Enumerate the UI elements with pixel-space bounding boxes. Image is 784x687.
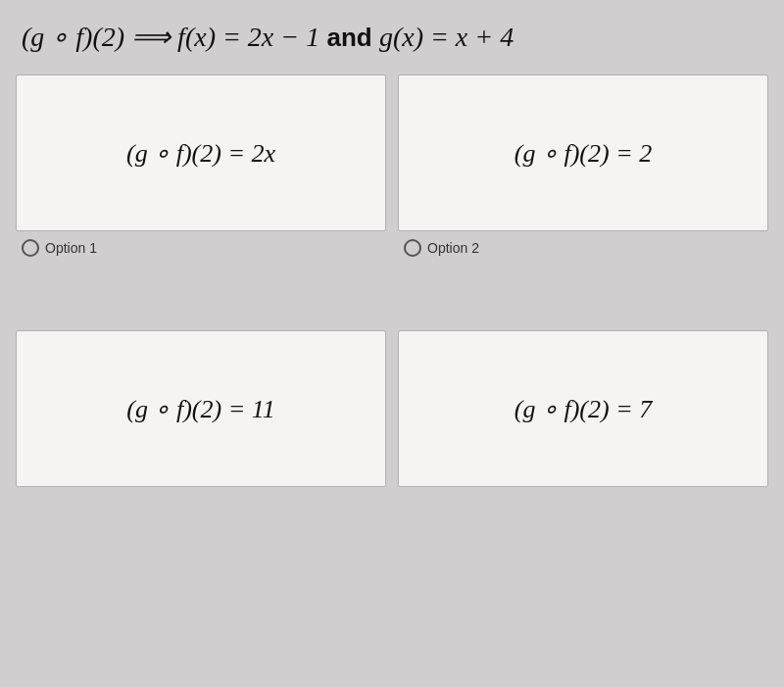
option4-box[interactable]: (g ∘ f)(2) = 7 xyxy=(398,330,768,487)
option2-expression: (g ∘ f)(2) = 2 xyxy=(495,119,671,188)
option4-box-wrapper: (g ∘ f)(2) = 7 xyxy=(392,324,774,555)
option1-expression: (g ∘ f)(2) = 2x xyxy=(107,119,295,188)
option2-label: Option 2 xyxy=(427,240,479,256)
option1-box-wrapper: (g ∘ f)(2) = 2x Option 1 xyxy=(10,69,392,324)
option2-label-row: Option 2 xyxy=(392,237,774,263)
option2-box-wrapper: (g ∘ f)(2) = 2 Option 2 xyxy=(392,69,774,324)
option3-box[interactable]: (g ∘ f)(2) = 11 xyxy=(16,330,386,487)
header-math-right: g(x) = x + 4 xyxy=(379,22,514,52)
option1-box[interactable]: (g ∘ f)(2) = 2x xyxy=(16,74,386,231)
option4-expression: (g ∘ f)(2) = 7 xyxy=(495,374,671,444)
header-and: and xyxy=(319,23,379,52)
option2-box[interactable]: (g ∘ f)(2) = 2 xyxy=(398,74,768,231)
option1-label-row: Option 1 xyxy=(10,237,392,263)
option1-radio[interactable] xyxy=(22,239,39,257)
options-grid: (g ∘ f)(2) = 2x Option 1 (g ∘ f)(2) = 2 … xyxy=(10,69,774,677)
header-math-left: (g ∘ f)(2) ⟹ f(x) = 2x − 1 xyxy=(22,22,319,52)
problem-header: (g ∘ f)(2) ⟹ f(x) = 2x − 1 and g(x) = x … xyxy=(10,10,774,69)
option1-label: Option 1 xyxy=(45,240,97,256)
option3-expression: (g ∘ f)(2) = 11 xyxy=(107,374,295,444)
option3-box-wrapper: (g ∘ f)(2) = 11 xyxy=(10,324,392,555)
option2-radio[interactable] xyxy=(404,239,421,257)
